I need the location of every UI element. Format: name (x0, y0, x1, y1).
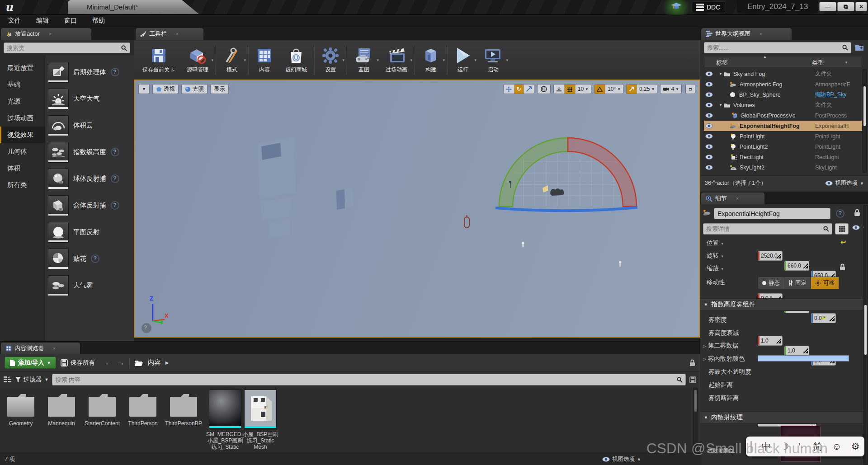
outliner-view-options-button[interactable]: 视图选项 ▼ (825, 179, 864, 187)
category-recent[interactable]: 最近放置 (0, 60, 45, 76)
outliner-row-globalpostprocess[interactable]: GlobalPostProcessVc PostProcess (704, 110, 862, 121)
level-tab[interactable]: Minimal_Default* (68, 0, 199, 14)
add-import-button[interactable]: 添加/导入 ▼ (5, 357, 56, 369)
tab-close-icon[interactable]: × (736, 196, 739, 201)
category-cinematic[interactable]: 过场动画 (0, 110, 45, 127)
grid-snap-value[interactable]: 10▼ (576, 85, 591, 94)
place-item-box-reflection[interactable]: 盒体反射捕 ? (48, 192, 131, 219)
outliner-row-volumes[interactable]: ▼ Volumes 文件夹 (704, 100, 862, 110)
scale-snap-toggle[interactable] (627, 85, 637, 94)
help-icon[interactable]: ? (111, 174, 119, 183)
mobility-movable[interactable]: 可移 (811, 277, 839, 289)
folder-mannequin[interactable]: Mannequin (42, 420, 81, 427)
visibility-eye-icon[interactable] (705, 92, 713, 97)
blueprints-button[interactable]: 蓝图 ▾ (348, 42, 380, 78)
mobility-stationary[interactable]: 固定 (784, 277, 811, 289)
save-search-icon[interactable] (689, 376, 696, 383)
launch-button[interactable]: 启动 ▾ (477, 42, 509, 78)
folder-thumb[interactable] (128, 393, 157, 418)
scale-lock-icon[interactable] (840, 263, 845, 271)
ime-lang-chinese[interactable]: 中 (761, 440, 771, 453)
tab-content-browser[interactable]: 内容浏览器 × (1, 343, 80, 354)
nav-forward-button[interactable]: → (117, 358, 125, 367)
tab-details[interactable]: i 细节 × (701, 193, 764, 204)
menu-window[interactable]: 窗口 (64, 17, 77, 25)
content-scrollbar[interactable] (693, 388, 698, 453)
ime-emoji-icon[interactable]: ☺ (832, 441, 841, 452)
fog-inscattering-color-label[interactable]: ▷ 雾内散射颜色 (703, 355, 745, 363)
tab-close-icon[interactable]: × (176, 32, 179, 37)
maximize-viewport-button[interactable] (685, 84, 695, 94)
perspective-button[interactable]: 透视 (152, 84, 179, 94)
column-type[interactable]: 类型 (812, 59, 824, 67)
scale-label[interactable]: 缩放 ▼ (707, 264, 724, 272)
ime-moon-icon[interactable]: ☽ (780, 441, 789, 452)
visibility-eye-icon[interactable] (705, 82, 713, 87)
rotate-tool[interactable]: ↻ (514, 85, 524, 94)
category-geometry[interactable]: 几何体 (0, 143, 45, 160)
actor-name-field[interactable] (714, 208, 830, 219)
outliner-row-atmospheric-fog[interactable]: Atmospheric Fog AtmosphericF (704, 79, 862, 89)
edit-blueprint-link[interactable]: 编辑BP_Sky (815, 91, 860, 99)
rotation-label[interactable]: 旋转 ▼ (707, 252, 724, 260)
folder-thumb[interactable] (47, 393, 76, 418)
settings-button[interactable]: 设置 ▾ (316, 42, 345, 78)
outliner-row-pointlight2[interactable]: PointLight2 PointLight (704, 141, 862, 152)
minimize-button[interactable]: — (819, 2, 836, 11)
build-button[interactable]: 构建 ▾ (416, 42, 446, 78)
expand-icon[interactable]: ▼ (719, 103, 722, 107)
ime-punctuation-icon[interactable]: ’· (798, 441, 804, 452)
save-level-button[interactable]: 保存当前关卡 (137, 42, 181, 78)
lock-icon[interactable] (854, 209, 860, 216)
marketplace-button[interactable]: 虚幻商城 (279, 42, 313, 78)
show-button[interactable]: 显示 (210, 84, 229, 94)
category-volumes[interactable]: 体积 (0, 160, 45, 177)
visibility-eye-icon[interactable] (705, 103, 713, 108)
place-item-exp-height-fog[interactable]: 指数级高度 ? (48, 139, 131, 165)
folder-geometry[interactable]: Geometry (1, 420, 40, 427)
place-item-sky-atmosphere[interactable]: 天空大气 (48, 85, 131, 112)
tab-close-icon[interactable]: × (760, 32, 762, 37)
help-icon[interactable]: ? (836, 209, 844, 218)
lock-icon[interactable] (689, 359, 695, 366)
asset-name[interactable]: 小屋_BSP画刷练习_StaticMesh (240, 431, 281, 450)
details-search-input[interactable] (706, 225, 823, 232)
category-visual-effects[interactable]: 视觉效果 (0, 127, 45, 143)
visibility-eye-icon[interactable] (705, 155, 713, 160)
place-item-planar-reflection[interactable]: 平面反射 (48, 219, 131, 245)
expand-icon[interactable]: ▼ (719, 72, 722, 76)
viewport-options-button[interactable]: ▼ (138, 84, 150, 94)
folder-thirdperson[interactable]: ThirdPerson (123, 420, 162, 427)
tab-world-outliner[interactable]: 世界大纲视图 × (701, 28, 792, 40)
place-item-postprocess-volume[interactable]: 后期处理体 ? (48, 59, 131, 85)
visibility-eye-icon[interactable] (705, 71, 713, 76)
visibility-eye-icon[interactable] (705, 144, 713, 149)
asset-thumb-house[interactable] (244, 390, 277, 428)
place-item-decal[interactable]: 贴花 ? (48, 245, 131, 272)
visibility-eye-icon[interactable] (705, 123, 713, 128)
viewport-help-icon[interactable]: ? (144, 324, 147, 331)
tab-toolbar[interactable]: 工具栏 × (136, 28, 203, 40)
menu-help[interactable]: 帮助 (92, 17, 105, 25)
column-label[interactable]: 标签 (716, 59, 728, 67)
ime-settings-icon[interactable]: ⚙ (851, 441, 860, 452)
place-item-volumetric-cloud[interactable]: 体积云 (48, 112, 131, 139)
play-button[interactable]: 运行 ▾ (448, 42, 477, 78)
tab-place-actors[interactable]: 放置actor × (1, 28, 91, 40)
mobility-static[interactable]: 静态 (758, 277, 784, 289)
details-scrollbar[interactable] (863, 205, 868, 465)
filters-button[interactable]: 过滤器 ▼ (15, 376, 48, 384)
lit-button[interactable]: 光照 (181, 84, 208, 94)
fog-inscattering-color-swatch[interactable] (758, 355, 849, 362)
ime-simplified-icon[interactable]: 简 (813, 440, 822, 453)
graduation-cap-icon[interactable] (671, 3, 682, 11)
scale-tool[interactable] (524, 85, 534, 94)
help-icon[interactable]: ? (111, 68, 119, 76)
cinematics-button[interactable]: 过场动画 ▾ (380, 42, 413, 78)
scale-snap-value[interactable]: 0.25▼ (637, 85, 657, 94)
revert-icon[interactable]: ↩ (840, 238, 846, 246)
cb-view-options-button[interactable]: 视图选项 ▼ (602, 456, 641, 463)
outliner-row-rectlight[interactable]: RectLight RectLight (704, 152, 862, 162)
asset-thumb-sm-merged[interactable] (209, 390, 241, 428)
outliner-row-bp-sky-sphere[interactable]: BP_Sky_Sphere 编辑BP_Sky (704, 89, 862, 100)
